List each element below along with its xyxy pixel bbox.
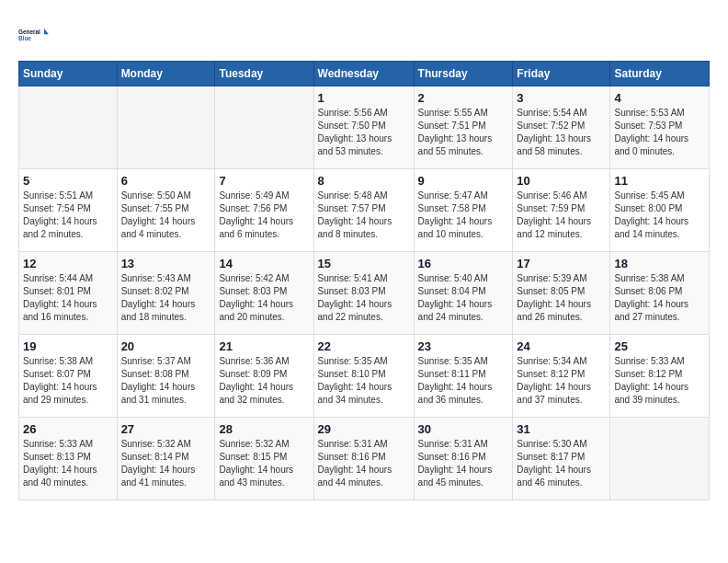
calendar-cell: 12Sunrise: 5:44 AM Sunset: 8:01 PM Dayli… (19, 252, 118, 335)
calendar-week-row: 5Sunrise: 5:51 AM Sunset: 7:54 PM Daylig… (19, 169, 710, 252)
day-number: 25 (614, 339, 705, 353)
day-number: 14 (219, 257, 309, 270)
calendar-cell: 30Sunrise: 5:31 AM Sunset: 8:16 PM Dayli… (414, 418, 513, 500)
weekday-header-row: SundayMondayTuesdayWednesdayThursdayFrid… (19, 62, 710, 86)
day-number: 9 (418, 174, 509, 188)
calendar-cell (215, 86, 313, 169)
calendar-cell: 29Sunrise: 5:31 AM Sunset: 8:16 PM Dayli… (313, 418, 414, 500)
calendar-cell: 16Sunrise: 5:40 AM Sunset: 8:04 PM Dayli… (414, 252, 513, 335)
calendar-cell: 24Sunrise: 5:34 AM Sunset: 8:12 PM Dayli… (513, 335, 610, 418)
calendar-cell: 19Sunrise: 5:38 AM Sunset: 8:07 PM Dayli… (19, 335, 118, 418)
day-number: 13 (121, 257, 211, 270)
day-info: Sunrise: 5:49 AM Sunset: 7:56 PM Dayligh… (219, 190, 309, 241)
day-info: Sunrise: 5:31 AM Sunset: 8:16 PM Dayligh… (418, 438, 509, 489)
calendar-cell: 21Sunrise: 5:36 AM Sunset: 8:09 PM Dayli… (215, 335, 313, 418)
day-info: Sunrise: 5:48 AM Sunset: 7:57 PM Dayligh… (318, 190, 410, 241)
calendar-cell: 1Sunrise: 5:56 AM Sunset: 7:50 PM Daylig… (313, 86, 414, 169)
calendar-cell (610, 418, 710, 500)
day-info: Sunrise: 5:54 AM Sunset: 7:52 PM Dayligh… (517, 107, 606, 158)
weekday-header-wednesday: Wednesday (313, 62, 414, 86)
calendar-cell: 7Sunrise: 5:49 AM Sunset: 7:56 PM Daylig… (215, 169, 313, 252)
calendar-cell: 18Sunrise: 5:38 AM Sunset: 8:06 PM Dayli… (610, 252, 710, 335)
day-info: Sunrise: 5:34 AM Sunset: 8:12 PM Dayligh… (517, 355, 606, 407)
day-number: 2 (418, 91, 509, 105)
day-number: 23 (418, 339, 509, 353)
day-info: Sunrise: 5:40 AM Sunset: 8:04 PM Dayligh… (418, 272, 509, 324)
svg-text:Blue: Blue (18, 35, 31, 41)
day-info: Sunrise: 5:53 AM Sunset: 7:53 PM Dayligh… (614, 107, 705, 158)
calendar-cell: 13Sunrise: 5:43 AM Sunset: 8:02 PM Dayli… (117, 252, 215, 335)
calendar-cell: 3Sunrise: 5:54 AM Sunset: 7:52 PM Daylig… (513, 86, 610, 169)
day-info: Sunrise: 5:51 AM Sunset: 7:54 PM Dayligh… (23, 190, 113, 241)
day-number: 5 (23, 174, 113, 188)
day-info: Sunrise: 5:38 AM Sunset: 8:07 PM Dayligh… (23, 355, 113, 407)
calendar-cell: 25Sunrise: 5:33 AM Sunset: 8:12 PM Dayli… (610, 335, 710, 418)
calendar-cell: 28Sunrise: 5:32 AM Sunset: 8:15 PM Dayli… (215, 418, 313, 500)
day-info: Sunrise: 5:35 AM Sunset: 8:10 PM Dayligh… (318, 355, 410, 407)
day-info: Sunrise: 5:38 AM Sunset: 8:06 PM Dayligh… (614, 272, 705, 324)
day-info: Sunrise: 5:44 AM Sunset: 8:01 PM Dayligh… (23, 272, 113, 324)
day-info: Sunrise: 5:32 AM Sunset: 8:15 PM Dayligh… (219, 438, 309, 489)
svg-marker-2 (44, 29, 49, 34)
day-number: 10 (517, 174, 606, 188)
calendar-cell (19, 86, 118, 169)
day-number: 30 (418, 422, 509, 436)
day-info: Sunrise: 5:47 AM Sunset: 7:58 PM Dayligh… (418, 190, 509, 241)
calendar-cell: 17Sunrise: 5:39 AM Sunset: 8:05 PM Dayli… (513, 252, 610, 335)
day-info: Sunrise: 5:32 AM Sunset: 8:14 PM Dayligh… (121, 438, 211, 489)
calendar-week-row: 26Sunrise: 5:33 AM Sunset: 8:13 PM Dayli… (19, 418, 710, 500)
calendar-week-row: 1Sunrise: 5:56 AM Sunset: 7:50 PM Daylig… (19, 86, 710, 169)
day-info: Sunrise: 5:55 AM Sunset: 7:51 PM Dayligh… (418, 107, 509, 158)
day-number: 19 (23, 339, 113, 353)
calendar-cell: 9Sunrise: 5:47 AM Sunset: 7:58 PM Daylig… (414, 169, 513, 252)
calendar-week-row: 12Sunrise: 5:44 AM Sunset: 8:01 PM Dayli… (19, 252, 710, 335)
day-number: 31 (517, 422, 606, 436)
day-number: 4 (614, 91, 705, 105)
day-info: Sunrise: 5:31 AM Sunset: 8:16 PM Dayligh… (318, 438, 410, 489)
calendar-cell (117, 86, 215, 169)
day-number: 1 (318, 91, 410, 105)
weekday-header-monday: Monday (117, 62, 215, 86)
day-info: Sunrise: 5:35 AM Sunset: 8:11 PM Dayligh… (418, 355, 509, 407)
calendar-cell: 15Sunrise: 5:41 AM Sunset: 8:03 PM Dayli… (313, 252, 414, 335)
calendar-cell: 26Sunrise: 5:33 AM Sunset: 8:13 PM Dayli… (19, 418, 118, 500)
day-number: 18 (614, 257, 705, 270)
day-number: 11 (614, 174, 705, 188)
day-number: 22 (318, 339, 410, 353)
calendar-cell: 10Sunrise: 5:46 AM Sunset: 7:59 PM Dayli… (513, 169, 610, 252)
day-info: Sunrise: 5:41 AM Sunset: 8:03 PM Dayligh… (318, 272, 410, 324)
calendar-cell: 5Sunrise: 5:51 AM Sunset: 7:54 PM Daylig… (19, 169, 118, 252)
day-info: Sunrise: 5:43 AM Sunset: 8:02 PM Dayligh… (121, 272, 211, 324)
day-info: Sunrise: 5:50 AM Sunset: 7:55 PM Dayligh… (121, 190, 211, 241)
day-number: 16 (418, 257, 509, 270)
day-info: Sunrise: 5:37 AM Sunset: 8:08 PM Dayligh… (121, 355, 211, 407)
day-info: Sunrise: 5:36 AM Sunset: 8:09 PM Dayligh… (219, 355, 309, 407)
day-number: 12 (23, 257, 113, 270)
day-info: Sunrise: 5:33 AM Sunset: 8:12 PM Dayligh… (614, 355, 705, 407)
calendar-cell: 20Sunrise: 5:37 AM Sunset: 8:08 PM Dayli… (117, 335, 215, 418)
weekday-header-thursday: Thursday (414, 62, 513, 86)
calendar-cell: 14Sunrise: 5:42 AM Sunset: 8:03 PM Dayli… (215, 252, 313, 335)
day-number: 27 (121, 422, 211, 436)
calendar-cell: 31Sunrise: 5:30 AM Sunset: 8:17 PM Dayli… (513, 418, 610, 500)
calendar-cell: 2Sunrise: 5:55 AM Sunset: 7:51 PM Daylig… (414, 86, 513, 169)
logo-icon: GeneralBlue (18, 18, 51, 52)
day-number: 26 (23, 422, 113, 436)
day-info: Sunrise: 5:33 AM Sunset: 8:13 PM Dayligh… (23, 438, 113, 489)
weekday-header-sunday: Sunday (19, 62, 118, 86)
day-info: Sunrise: 5:45 AM Sunset: 8:00 PM Dayligh… (614, 190, 705, 241)
weekday-header-saturday: Saturday (610, 62, 710, 86)
day-number: 15 (318, 257, 410, 270)
calendar-cell: 8Sunrise: 5:48 AM Sunset: 7:57 PM Daylig… (313, 169, 414, 252)
calendar-cell: 22Sunrise: 5:35 AM Sunset: 8:10 PM Dayli… (313, 335, 414, 418)
day-info: Sunrise: 5:39 AM Sunset: 8:05 PM Dayligh… (517, 272, 606, 324)
day-number: 21 (219, 339, 309, 353)
day-info: Sunrise: 5:42 AM Sunset: 8:03 PM Dayligh… (219, 272, 309, 324)
calendar-cell: 6Sunrise: 5:50 AM Sunset: 7:55 PM Daylig… (117, 169, 215, 252)
page-header: GeneralBlue (18, 18, 710, 52)
calendar-cell: 11Sunrise: 5:45 AM Sunset: 8:00 PM Dayli… (610, 169, 710, 252)
day-info: Sunrise: 5:46 AM Sunset: 7:59 PM Dayligh… (517, 190, 606, 241)
day-info: Sunrise: 5:56 AM Sunset: 7:50 PM Dayligh… (318, 107, 410, 158)
day-number: 28 (219, 422, 309, 436)
logo: GeneralBlue (18, 18, 51, 52)
